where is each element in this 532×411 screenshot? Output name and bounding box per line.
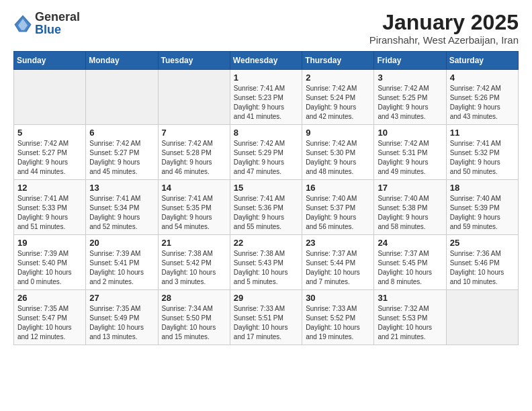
- day-number: 18: [450, 183, 515, 193]
- day-info: Sunrise: 7:33 AM Sunset: 5:52 PM Dayligh…: [306, 304, 370, 342]
- calendar-week-3: 12Sunrise: 7:41 AM Sunset: 5:33 PM Dayli…: [14, 180, 519, 235]
- day-number: 9: [306, 128, 370, 138]
- day-info: Sunrise: 7:41 AM Sunset: 5:23 PM Dayligh…: [234, 84, 298, 122]
- table-row: [86, 70, 158, 125]
- day-number: 8: [234, 128, 298, 138]
- table-row: 8Sunrise: 7:42 AM Sunset: 5:29 PM Daylig…: [230, 125, 302, 180]
- day-number: 25: [450, 238, 515, 248]
- table-row: 17Sunrise: 7:40 AM Sunset: 5:38 PM Dayli…: [374, 180, 446, 235]
- logo: General Blue: [13, 11, 80, 36]
- day-info: Sunrise: 7:36 AM Sunset: 5:46 PM Dayligh…: [450, 249, 515, 287]
- logo-blue: Blue: [35, 24, 80, 36]
- table-row: 25Sunrise: 7:36 AM Sunset: 5:46 PM Dayli…: [446, 235, 518, 290]
- day-info: Sunrise: 7:39 AM Sunset: 5:40 PM Dayligh…: [17, 249, 82, 287]
- table-row: 22Sunrise: 7:38 AM Sunset: 5:43 PM Dayli…: [230, 235, 302, 290]
- col-monday: Monday: [86, 52, 158, 70]
- day-info: Sunrise: 7:42 AM Sunset: 5:31 PM Dayligh…: [378, 139, 442, 177]
- day-number: 17: [378, 183, 442, 193]
- calendar-week-1: 1Sunrise: 7:41 AM Sunset: 5:23 PM Daylig…: [14, 70, 519, 125]
- calendar-subtitle: Piranshahr, West Azerbaijan, Iran: [369, 34, 519, 46]
- table-row: 3Sunrise: 7:42 AM Sunset: 5:25 PM Daylig…: [374, 70, 446, 125]
- day-number: 13: [89, 183, 154, 193]
- table-row: 5Sunrise: 7:42 AM Sunset: 5:27 PM Daylig…: [14, 125, 86, 180]
- day-info: Sunrise: 7:41 AM Sunset: 5:35 PM Dayligh…: [162, 194, 226, 232]
- col-thursday: Thursday: [302, 52, 374, 70]
- header-row: Sunday Monday Tuesday Wednesday Thursday…: [14, 52, 519, 70]
- table-row: 24Sunrise: 7:37 AM Sunset: 5:45 PM Dayli…: [374, 235, 446, 290]
- day-info: Sunrise: 7:34 AM Sunset: 5:50 PM Dayligh…: [162, 304, 226, 342]
- day-number: 5: [17, 128, 82, 138]
- day-number: 10: [378, 128, 442, 138]
- day-info: Sunrise: 7:41 AM Sunset: 5:32 PM Dayligh…: [450, 139, 515, 177]
- day-info: Sunrise: 7:38 AM Sunset: 5:42 PM Dayligh…: [162, 249, 226, 287]
- table-row: 28Sunrise: 7:34 AM Sunset: 5:50 PM Dayli…: [158, 290, 230, 345]
- day-number: 14: [162, 183, 226, 193]
- day-number: 15: [234, 183, 298, 193]
- table-row: [14, 70, 86, 125]
- calendar-week-4: 19Sunrise: 7:39 AM Sunset: 5:40 PM Dayli…: [14, 235, 519, 290]
- day-number: 24: [378, 238, 442, 248]
- header: General Blue January 2025 Piranshahr, We…: [13, 11, 519, 46]
- day-number: 26: [17, 293, 82, 303]
- day-number: 23: [306, 238, 370, 248]
- table-row: 19Sunrise: 7:39 AM Sunset: 5:40 PM Dayli…: [14, 235, 86, 290]
- day-number: 19: [17, 238, 82, 248]
- day-info: Sunrise: 7:42 AM Sunset: 5:27 PM Dayligh…: [89, 139, 154, 177]
- day-number: 1: [234, 73, 298, 83]
- day-info: Sunrise: 7:37 AM Sunset: 5:44 PM Dayligh…: [306, 249, 370, 287]
- calendar-table: Sunday Monday Tuesday Wednesday Thursday…: [13, 51, 519, 345]
- day-info: Sunrise: 7:32 AM Sunset: 5:53 PM Dayligh…: [378, 304, 442, 342]
- table-row: 30Sunrise: 7:33 AM Sunset: 5:52 PM Dayli…: [302, 290, 374, 345]
- col-wednesday: Wednesday: [230, 52, 302, 70]
- table-row: 29Sunrise: 7:33 AM Sunset: 5:51 PM Dayli…: [230, 290, 302, 345]
- table-row: [158, 70, 230, 125]
- day-info: Sunrise: 7:38 AM Sunset: 5:43 PM Dayligh…: [234, 249, 298, 287]
- day-number: 12: [17, 183, 82, 193]
- col-saturday: Saturday: [446, 52, 518, 70]
- day-info: Sunrise: 7:40 AM Sunset: 5:37 PM Dayligh…: [306, 194, 370, 232]
- day-number: 16: [306, 183, 370, 193]
- table-row: 14Sunrise: 7:41 AM Sunset: 5:35 PM Dayli…: [158, 180, 230, 235]
- day-info: Sunrise: 7:41 AM Sunset: 5:36 PM Dayligh…: [234, 194, 298, 232]
- calendar-week-2: 5Sunrise: 7:42 AM Sunset: 5:27 PM Daylig…: [14, 125, 519, 180]
- table-row: 12Sunrise: 7:41 AM Sunset: 5:33 PM Dayli…: [14, 180, 86, 235]
- day-number: 21: [162, 238, 226, 248]
- col-tuesday: Tuesday: [158, 52, 230, 70]
- day-info: Sunrise: 7:42 AM Sunset: 5:26 PM Dayligh…: [450, 84, 515, 122]
- day-info: Sunrise: 7:42 AM Sunset: 5:27 PM Dayligh…: [17, 139, 82, 177]
- col-sunday: Sunday: [14, 52, 86, 70]
- day-number: 3: [378, 73, 442, 83]
- day-info: Sunrise: 7:41 AM Sunset: 5:33 PM Dayligh…: [17, 194, 82, 232]
- day-number: 20: [89, 238, 154, 248]
- day-info: Sunrise: 7:41 AM Sunset: 5:34 PM Dayligh…: [89, 194, 154, 232]
- table-row: 21Sunrise: 7:38 AM Sunset: 5:42 PM Dayli…: [158, 235, 230, 290]
- day-info: Sunrise: 7:42 AM Sunset: 5:28 PM Dayligh…: [162, 139, 226, 177]
- table-row: 18Sunrise: 7:40 AM Sunset: 5:39 PM Dayli…: [446, 180, 518, 235]
- table-row: 10Sunrise: 7:42 AM Sunset: 5:31 PM Dayli…: [374, 125, 446, 180]
- logo-icon: [13, 14, 32, 33]
- table-row: 27Sunrise: 7:35 AM Sunset: 5:49 PM Dayli…: [86, 290, 158, 345]
- page: General Blue January 2025 Piranshahr, We…: [0, 0, 532, 356]
- day-number: 4: [450, 73, 515, 83]
- day-number: 30: [306, 293, 370, 303]
- table-row: 13Sunrise: 7:41 AM Sunset: 5:34 PM Dayli…: [86, 180, 158, 235]
- calendar-title: January 2025: [369, 11, 519, 34]
- day-number: 6: [89, 128, 154, 138]
- day-info: Sunrise: 7:39 AM Sunset: 5:41 PM Dayligh…: [89, 249, 154, 287]
- table-row: 31Sunrise: 7:32 AM Sunset: 5:53 PM Dayli…: [374, 290, 446, 345]
- day-number: 29: [234, 293, 298, 303]
- day-number: 22: [234, 238, 298, 248]
- table-row: 4Sunrise: 7:42 AM Sunset: 5:26 PM Daylig…: [446, 70, 518, 125]
- day-info: Sunrise: 7:42 AM Sunset: 5:24 PM Dayligh…: [306, 84, 370, 122]
- day-number: 7: [162, 128, 226, 138]
- col-friday: Friday: [374, 52, 446, 70]
- day-number: 28: [162, 293, 226, 303]
- day-number: 31: [378, 293, 442, 303]
- day-info: Sunrise: 7:40 AM Sunset: 5:38 PM Dayligh…: [378, 194, 442, 232]
- day-info: Sunrise: 7:37 AM Sunset: 5:45 PM Dayligh…: [378, 249, 442, 287]
- logo-general: General: [35, 11, 80, 24]
- title-area: January 2025 Piranshahr, West Azerbaijan…: [369, 11, 519, 46]
- table-row: [446, 290, 518, 345]
- day-info: Sunrise: 7:42 AM Sunset: 5:29 PM Dayligh…: [234, 139, 298, 177]
- table-row: 26Sunrise: 7:35 AM Sunset: 5:47 PM Dayli…: [14, 290, 86, 345]
